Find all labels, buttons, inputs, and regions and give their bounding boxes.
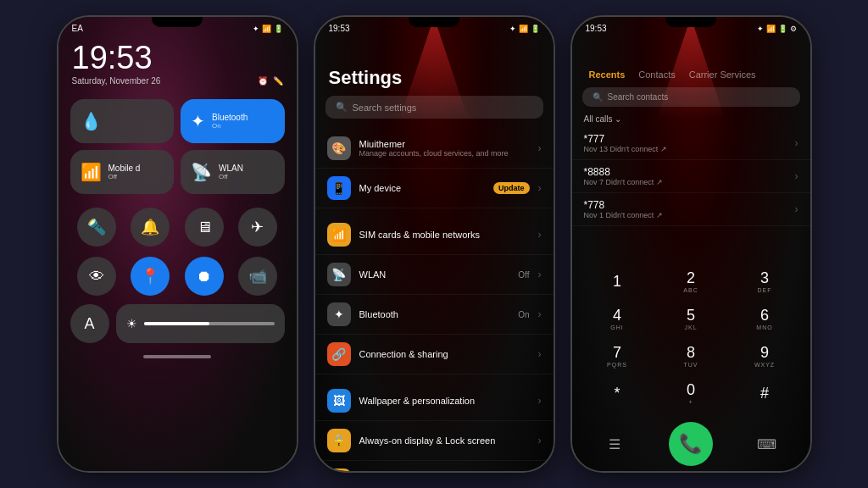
icon-row-2: 👁 📍 ⏺ 📹	[58, 253, 297, 299]
battery-icon-3: 🔋	[778, 25, 787, 33]
keypad-btn[interactable]: ⌨	[752, 429, 782, 459]
brightness-control[interactable]: ☀	[116, 304, 285, 343]
chevron-icon: ›	[538, 142, 542, 154]
screen-record-btn[interactable]: ⏺	[185, 257, 224, 296]
mydevice-title: My device	[359, 183, 485, 193]
dialpad-row-1: 1 2 ABC 3 DEF	[581, 264, 802, 298]
settings-item-mydevice[interactable]: 📱 My device Update ›	[315, 169, 554, 208]
signal-icon-3: 📶	[766, 25, 776, 33]
bell-btn[interactable]: 🔔	[131, 208, 170, 247]
wlan-title-s: WLAN	[359, 269, 510, 280]
tab-carrier[interactable]: Carrier Services	[684, 67, 761, 82]
wlan-tile[interactable]: 📡 WLAN Off	[181, 150, 285, 194]
dialpad-key-6[interactable]: 6 MNO	[741, 302, 788, 336]
alarm-icon: ⏰	[258, 76, 268, 86]
miuithemer-title: Miuithemer	[359, 139, 530, 149]
dialpad-key-0[interactable]: 0 +	[667, 376, 715, 410]
menu-btn[interactable]: ☰	[599, 429, 630, 459]
call-filter[interactable]: All calls ⌄	[572, 112, 810, 127]
location-btn[interactable]: 📍	[131, 257, 170, 296]
water-tile[interactable]: 💧	[70, 99, 175, 143]
carrier-label: EA	[72, 24, 83, 33]
dialpad-key-7[interactable]: 7 PQRS	[593, 339, 641, 373]
contacts-search-placeholder: Search contacts	[608, 92, 669, 102]
sim-icon: 📶	[327, 223, 351, 247]
dialpad-key-3[interactable]: 3 DEF	[741, 264, 788, 298]
settings-item-wlan[interactable]: 📡 WLAN Off ›	[315, 255, 554, 295]
wlan-value: Off	[518, 270, 529, 280]
search-placeholder: Search settings	[353, 103, 417, 113]
chevron-wlan: ›	[538, 269, 542, 280]
status-icons-1: ✦ 📶 🔋	[253, 25, 283, 33]
icon-row-1: 🔦 🔔 🖥 ✈	[58, 201, 297, 253]
key-sub-3: DEF	[758, 287, 772, 293]
settings-title: Settings	[315, 36, 554, 96]
time-display: 19:53	[58, 36, 297, 76]
dialer-tab-bar: Recents Contacts Carrier Services	[572, 36, 810, 87]
font-btn[interactable]: A	[70, 304, 109, 343]
mobile-label: Mobile d	[108, 164, 141, 173]
brightness-icon: ☀	[126, 317, 137, 330]
settings-item-wallpaper[interactable]: 🖼 Wallpaper & personalization ›	[315, 381, 554, 421]
outgoing-icon-1: ↗	[656, 178, 663, 186]
dialpad-key-2[interactable]: 2 ABC	[667, 264, 715, 298]
call-item-0[interactable]: *777 Nov 13 Didn't connect ↗ ›	[572, 127, 810, 160]
outgoing-icon-2: ↗	[656, 211, 663, 219]
settings-list: 🎨 Miuithemer Manage accounts, cloud serv…	[315, 129, 554, 471]
settings-item-connection[interactable]: 🔗 Connection & sharing ›	[315, 335, 554, 374]
bt-icon-2: ✦	[509, 25, 516, 33]
home-indicator[interactable]	[143, 355, 211, 358]
key-sub-2: ABC	[683, 287, 698, 293]
dialpad-key-4[interactable]: 4 GHI	[593, 302, 641, 336]
torch-btn[interactable]: 🔦	[77, 208, 116, 247]
call-number-0: *777	[584, 133, 795, 145]
dialpad-row-2: 4 GHI 5 JKL 6 MNO	[581, 302, 802, 336]
dialpad-key-hash[interactable]: #	[741, 376, 788, 410]
cast-btn[interactable]: 🖥	[185, 208, 224, 247]
airplane-btn[interactable]: ✈	[238, 208, 277, 247]
call-date-1: Nov 7 Didn't connect ↗	[584, 178, 795, 186]
status-icons-2: ✦ 📶 🔋	[509, 25, 540, 33]
wlan-icon-s: 📡	[327, 263, 351, 286]
dialpad-key-star[interactable]: *	[593, 376, 641, 410]
dialpad-key-1[interactable]: 1	[593, 264, 641, 298]
settings-search-bar[interactable]: 🔍 Search settings	[326, 96, 543, 119]
call-chevron-0: ›	[795, 137, 798, 149]
settings-item-display[interactable]: ☀ Display ›	[315, 461, 554, 471]
miuithemer-icon: 🎨	[327, 136, 351, 160]
contacts-search-bar[interactable]: 🔍 Search contacts	[582, 87, 800, 107]
tab-recents[interactable]: Recents	[584, 67, 631, 82]
video-btn[interactable]: 📹	[238, 257, 277, 296]
call-date-0: Nov 13 Didn't connect ↗	[584, 145, 795, 153]
dialpad-key-5[interactable]: 5 JKL	[667, 302, 715, 336]
call-button[interactable]: 📞	[669, 422, 713, 466]
chevron-bt: ›	[538, 308, 542, 320]
dialpad-row-4: * 0 + #	[581, 376, 802, 410]
connection-title: Connection & sharing	[359, 349, 530, 359]
settings-item-bluetooth[interactable]: ✦ Bluetooth On ›	[315, 295, 554, 335]
divider-2	[315, 374, 554, 381]
settings-item-sim[interactable]: 📶 SIM cards & mobile networks ›	[315, 215, 554, 255]
key-digit-2: 2	[687, 269, 695, 287]
settings-item-alwayson[interactable]: 🔒 Always-on display & Lock screen ›	[315, 421, 554, 461]
chevron-icon-2: ›	[538, 182, 542, 194]
search-icon-settings: 🔍	[336, 102, 348, 113]
brightness-fill	[144, 322, 209, 325]
tab-contacts[interactable]: Contacts	[633, 67, 680, 82]
edit-icon: ✏️	[273, 76, 283, 86]
mobile-tile[interactable]: 📶 Mobile d Off	[70, 150, 175, 194]
filter-label: All calls	[584, 114, 613, 124]
bluetooth-title-s: Bluetooth	[359, 309, 510, 319]
dialpad-key-8[interactable]: 8 TUV	[667, 339, 715, 373]
call-item-2[interactable]: *778 Nov 1 Didn't connect ↗ ›	[572, 193, 810, 226]
chevron-aod: ›	[538, 435, 542, 446]
call-item-1[interactable]: *8888 Nov 7 Didn't connect ↗ ›	[572, 160, 810, 193]
date-display: Saturday, November 26 ⏰ ✏️	[58, 76, 297, 92]
mydevice-icon: 📱	[327, 176, 351, 200]
phone-settings: 19:53 ✦ 📶 🔋 Settings 🔍 Search settings 🎨…	[314, 15, 555, 473]
dialpad-key-9[interactable]: 9 WXYZ	[741, 339, 788, 373]
eye-btn[interactable]: 👁	[77, 257, 116, 296]
bluetooth-tile[interactable]: ✦ Bluetooth On	[181, 99, 285, 143]
settings-item-miuithemer[interactable]: 🎨 Miuithemer Manage accounts, cloud serv…	[315, 129, 554, 169]
connection-icon: 🔗	[327, 342, 351, 366]
